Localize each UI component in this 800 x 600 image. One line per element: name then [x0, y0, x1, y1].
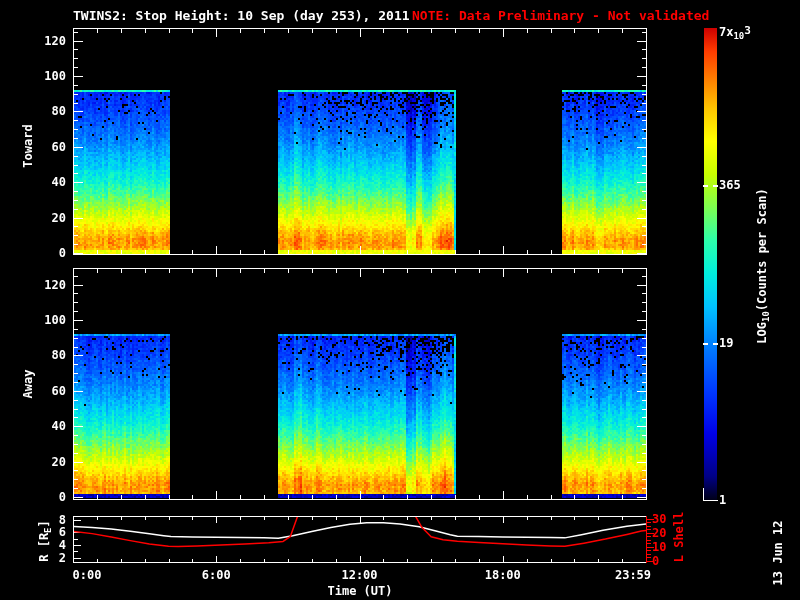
x-tick-label: 0:00: [57, 568, 117, 582]
r-ytick-label: 2: [26, 551, 66, 565]
lshell-ytick-label: 10: [652, 540, 666, 554]
toward-ytick-label: 100: [26, 69, 66, 83]
colorbar-title: LOG10(Counts per Scan): [755, 156, 773, 376]
away-ytick-label: 20: [26, 455, 66, 469]
toward-ytick-label: 60: [26, 140, 66, 154]
away-ytick-label: 60: [26, 384, 66, 398]
away-ytick-label: 80: [26, 348, 66, 362]
x-tick-label: 12:00: [330, 568, 390, 582]
toward-ytick-label: 80: [26, 104, 66, 118]
colorbar-tick-label: 365: [719, 178, 741, 192]
colorbar-tick-label: 19: [719, 336, 733, 350]
preliminary-note: NOTE: Data Preliminary - Not validated: [412, 9, 709, 23]
page-title: TWINS2: Stop Height: 10 Sep (day 253), 2…: [73, 9, 410, 23]
toward-ytick-label: 120: [26, 34, 66, 48]
away-ytick-label: 0: [26, 490, 66, 504]
away-ytick-label: 120: [26, 278, 66, 292]
toward-ytick-label: 40: [26, 175, 66, 189]
toward-ytick-label: 0: [26, 246, 66, 260]
lshell-ytick-label: 20: [652, 526, 666, 540]
lshell-ytick-label: 0: [652, 554, 659, 568]
away-ytick-label: 40: [26, 419, 66, 433]
x-tick-label: 18:00: [473, 568, 533, 582]
colorbar-tick-label: 1: [719, 493, 726, 507]
colorbar-max-label: 7x103: [719, 24, 751, 43]
lshell-axis-label: L Shell: [672, 495, 686, 579]
x-tick-label: 6:00: [186, 568, 246, 582]
away-ytick-label: 100: [26, 313, 66, 327]
toward-ytick-label: 20: [26, 211, 66, 225]
x-axis-title: Time (UT): [300, 584, 420, 598]
lshell-ytick-label: 30: [652, 512, 666, 526]
figure: TWINS2: Stop Height: 10 Sep (day 253), 2…: [0, 0, 800, 600]
datestamp: 13 Jun 12: [771, 512, 785, 594]
x-tick-label: 23:59: [603, 568, 663, 582]
